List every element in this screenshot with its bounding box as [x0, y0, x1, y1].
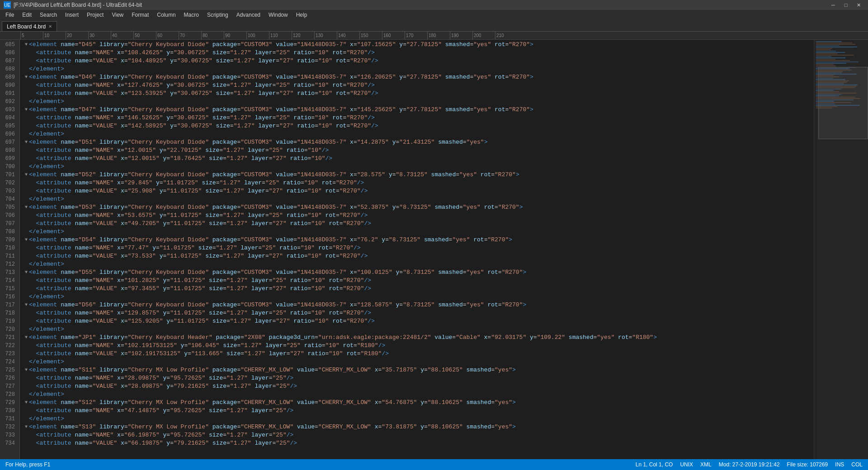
code-line: </element>: [24, 390, 814, 399]
code-line-content: <element name="D55" library="Cherry Keyb…: [29, 268, 526, 277]
code-line: ▼<element name="D56" library="Cherry Key…: [24, 301, 814, 309]
code-line: </element>: [24, 260, 814, 268]
line-number: 701: [0, 171, 17, 179]
menu-item-insert[interactable]: Insert: [61, 11, 82, 19]
menu-item-window[interactable]: Window: [265, 11, 292, 19]
minimap-line: [816, 55, 854, 56]
code-line: ▼<element name="D52" library="Cherry Key…: [24, 171, 814, 179]
code-line-content: <attribute name="NAME" x="53.6575" y="11…: [29, 212, 368, 220]
fold-icon[interactable]: ▼: [24, 236, 29, 244]
line-number: 719: [0, 317, 17, 325]
menu-item-advanced[interactable]: Advanced: [233, 11, 264, 19]
menu-item-format[interactable]: Format: [128, 11, 152, 19]
code-line: <attribute name="NAME" x="47.14875" y="9…: [24, 407, 814, 415]
line-number: 693: [0, 106, 17, 114]
code-line: <attribute name="NAME" x="12.0015" y="22…: [24, 146, 814, 155]
code-line: ▼<element name="D51" library="Cherry Key…: [24, 138, 814, 146]
line-number: 718: [0, 309, 17, 317]
menu-item-edit[interactable]: Edit: [19, 11, 35, 19]
fold-icon[interactable]: ▼: [24, 203, 29, 212]
line-number: 704: [0, 195, 17, 203]
ruler-mark: 190: [450, 32, 472, 40]
fold-icon[interactable]: ▼: [24, 41, 29, 49]
tab-bar: Left Board 4.brd ✕: [0, 20, 868, 32]
menu-item-scripting[interactable]: Scripting: [203, 11, 232, 19]
line-number: 702: [0, 179, 17, 187]
maximize-button[interactable]: □: [840, 1, 852, 9]
status-right: Ln 1, Col 1, CO UNIX XML Mod: 27-2-2019 …: [636, 461, 863, 468]
code-line-content: <element name="D46" library="Cherry Keyb…: [29, 73, 533, 81]
mod-date: Mod: 27-2-2019 19:21:42: [719, 461, 780, 468]
code-line: <attribute name="NAME" x="108.42625" y="…: [24, 49, 814, 57]
title-bar-left: UE [F:\V4\PiBoard Left\Left Board 4.brd]…: [4, 1, 142, 9]
code-line: <attribute name="VALUE" x="97.3455" y="1…: [24, 285, 814, 293]
line-number: 709: [0, 236, 17, 244]
line-number: 734: [0, 439, 17, 447]
code-line-content: </element>: [29, 228, 64, 236]
code-content[interactable]: ▼<element name="D45" library="Cherry Key…: [20, 40, 814, 459]
minimize-button[interactable]: ─: [827, 1, 839, 9]
code-area[interactable]: 6856866876886896906916926936946956966976…: [0, 40, 814, 459]
ruler-mark: 130: [314, 32, 337, 40]
editor-container: 6856866876886896906916926936946956966976…: [0, 40, 868, 459]
line-number: 720: [0, 325, 17, 334]
menu-item-help[interactable]: Help: [292, 11, 311, 19]
code-line-content: <element name="D52" library="Cherry Keyb…: [29, 171, 519, 179]
code-line-content: <element name="D53" library="Cherry Keyb…: [29, 203, 523, 212]
minimap-line: [816, 52, 845, 53]
ruler-mark: 80: [201, 32, 224, 40]
fold-icon[interactable]: ▼: [24, 301, 29, 309]
ruler-mark: 40: [111, 32, 133, 40]
tab-left-board[interactable]: Left Board 4.brd ✕: [2, 21, 57, 31]
window-title: [F:\V4\PiBoard Left\Left Board 4.brd] - …: [14, 2, 142, 8]
fold-icon[interactable]: ▼: [24, 366, 29, 374]
code-line: <attribute name="VALUE" x="28.09875" y="…: [24, 382, 814, 390]
fold-icon[interactable]: ▼: [24, 399, 29, 407]
code-line: </element>: [24, 65, 814, 73]
code-line-content: <attribute name="NAME" x="127.47625" y="…: [29, 81, 375, 89]
fold-icon[interactable]: ▼: [24, 268, 29, 277]
fold-icon[interactable]: ▼: [24, 106, 29, 114]
code-line: <attribute name="NAME" x="146.52625" y="…: [24, 114, 814, 122]
code-line: ▼<element name="D53" library="Cherry Key…: [24, 203, 814, 212]
code-line: <attribute name="VALUE" x="102.191753125…: [24, 350, 814, 358]
ruler-mark: 140: [337, 32, 359, 40]
code-line-content: <attribute name="VALUE" x="49.7205" y="1…: [29, 220, 371, 228]
code-line: </element>: [24, 228, 814, 236]
minimap-line: [816, 60, 850, 61]
menu-item-file[interactable]: File: [2, 11, 18, 19]
menu-item-column[interactable]: Column: [153, 11, 179, 19]
fold-icon[interactable]: ▼: [24, 171, 29, 179]
code-line-content: <element name="JP1" library="Cherry Keyb…: [29, 334, 657, 342]
code-line: <attribute name="VALUE" x="49.7205" y="1…: [24, 220, 814, 228]
fold-icon[interactable]: ▼: [24, 138, 29, 146]
line-number: 686: [0, 49, 17, 57]
line-number: 695: [0, 122, 17, 130]
menu-item-search[interactable]: Search: [36, 11, 61, 19]
line-number: 712: [0, 260, 17, 268]
window-controls[interactable]: ─ □ ✕: [827, 1, 864, 9]
fold-icon[interactable]: ▼: [24, 73, 29, 81]
minimap-line: [816, 59, 835, 60]
code-line-content: <attribute name="VALUE" x="25.908" y="11…: [29, 187, 368, 195]
minimap-line: [816, 64, 834, 65]
menu-item-view[interactable]: View: [108, 11, 127, 19]
menu-item-macro[interactable]: Macro: [180, 11, 203, 19]
line-number: 731: [0, 415, 17, 423]
line-number: 726: [0, 374, 17, 382]
menu-item-project[interactable]: Project: [83, 11, 107, 19]
fold-icon[interactable]: ▼: [24, 334, 29, 342]
minimap-viewport[interactable]: [818, 67, 868, 139]
tab-close-button[interactable]: ✕: [48, 24, 52, 29]
code-line-content: <attribute name="NAME" x="146.52625" y="…: [29, 114, 375, 122]
code-line-content: </element>: [29, 195, 64, 203]
code-line: ▼<element name="S13" library="Cherry MX …: [24, 423, 814, 431]
code-line-content: <attribute name="VALUE" x="66.19875" y="…: [29, 439, 297, 447]
minimap-line: [816, 63, 846, 64]
line-number: 728: [0, 390, 17, 399]
code-line: <attribute name="VALUE" x="25.908" y="11…: [24, 187, 814, 195]
line-number: 730: [0, 407, 17, 415]
fold-icon[interactable]: ▼: [24, 423, 29, 431]
ruler-mark: 210: [495, 32, 518, 40]
close-button[interactable]: ✕: [853, 1, 864, 9]
